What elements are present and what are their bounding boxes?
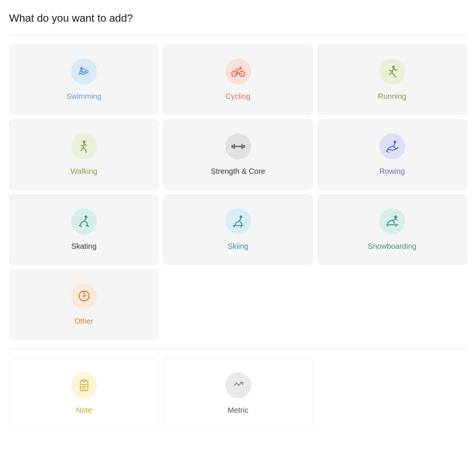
activity-grid-row2: Walking Strength & Core: [9, 119, 467, 190]
page-title: What do you want to add?: [9, 12, 467, 24]
card-skating[interactable]: Skating: [9, 194, 159, 265]
bottom-divider: [9, 349, 467, 349]
walking-label: Walking: [70, 167, 97, 176]
other-label: Other: [74, 317, 93, 326]
rowing-icon: [379, 134, 405, 159]
svg-rect-12: [243, 145, 245, 148]
svg-rect-11: [241, 144, 243, 149]
swimming-icon: [71, 59, 97, 84]
running-label: Running: [378, 92, 406, 101]
strength-label: Strength & Core: [211, 167, 265, 176]
svg-point-19: [83, 296, 85, 297]
rowing-label: Rowing: [379, 167, 405, 176]
card-cycling[interactable]: Cycling: [163, 45, 313, 115]
card-metric[interactable]: Metric: [163, 358, 313, 429]
skating-label: Skating: [71, 242, 97, 251]
walking-icon: [71, 134, 97, 159]
card-strength[interactable]: Strength & Core: [163, 119, 313, 190]
card-rowing[interactable]: Rowing: [317, 119, 467, 190]
svg-rect-13: [235, 146, 241, 147]
card-walking[interactable]: Walking: [9, 119, 159, 190]
card-running[interactable]: Running: [317, 45, 467, 115]
card-swimming[interactable]: Swimming: [9, 45, 159, 115]
card-note[interactable]: Note: [9, 358, 159, 429]
snowboarding-label: Snowboarding: [368, 242, 417, 251]
running-icon: [379, 59, 405, 84]
card-skiing[interactable]: Skiing: [163, 194, 313, 265]
svg-point-17: [394, 216, 397, 218]
note-label: Note: [76, 406, 92, 415]
activity-grid-row3: Skating Skiing: [9, 194, 467, 265]
svg-rect-9: [234, 144, 235, 149]
metric-icon: [225, 372, 251, 398]
svg-rect-21: [83, 380, 86, 382]
svg-point-15: [84, 216, 87, 218]
card-snowboarding[interactable]: Snowboarding: [317, 194, 467, 265]
skiing-icon: [225, 208, 251, 234]
card-other[interactable]: Other: [9, 269, 159, 340]
activity-grid-row4: Other: [9, 269, 467, 340]
cycling-label: Cycling: [226, 92, 251, 101]
other-icon: [71, 283, 97, 309]
metric-label: Metric: [228, 406, 248, 415]
skiing-label: Skiing: [228, 242, 248, 251]
skating-icon: [71, 208, 97, 234]
bottom-grid: Note Metric: [9, 358, 467, 429]
note-icon: [71, 372, 97, 398]
svg-point-5: [239, 67, 242, 69]
top-divider: [9, 35, 467, 35]
svg-point-7: [83, 141, 85, 143]
activity-grid-row1: Swimming Cycling: [9, 45, 467, 115]
strength-icon: [225, 134, 251, 159]
cycling-icon: [225, 59, 251, 84]
snowboarding-icon: [379, 208, 405, 234]
svg-point-6: [392, 66, 395, 68]
svg-point-16: [239, 216, 242, 218]
swimming-label: Swimming: [66, 92, 101, 101]
svg-point-14: [393, 141, 396, 143]
svg-rect-8: [231, 145, 234, 148]
